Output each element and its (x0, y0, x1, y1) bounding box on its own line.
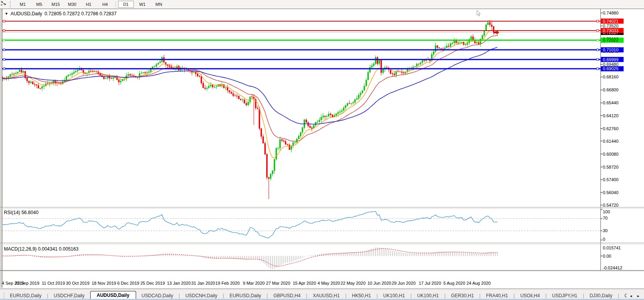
chart-ohlc-values: 0.72805 0.72872 0.72786 0.72837 (45, 11, 117, 16)
tab-scroll-left-icon[interactable]: ◄ (629, 294, 633, 298)
candlestick-series (2, 20, 498, 199)
mt4-window: { "toolbar": { "timeframes": ["M1","M5",… (0, 0, 644, 300)
svg-text:0.61440: 0.61440 (603, 139, 619, 144)
svg-text:13 Jan 2020: 13 Jan 2020 (167, 281, 191, 285)
svg-text:19 Feb 2020: 19 Feb 2020 (215, 281, 240, 285)
chart-symbol-title: AUDUSD,Daily (11, 11, 42, 16)
svg-text:11 Oct 2019: 11 Oct 2019 (42, 281, 65, 285)
chart-title-row: ▼ AUDUSD,Daily 0.72805 0.72872 0.72786 0… (5, 11, 116, 16)
chart-tabs: EURUSD,Daily|USDCHF,DailyAUDUSD,DailyUSD… (4, 289, 627, 300)
svg-text:23 Sep 2019: 23 Sep 2019 (15, 281, 39, 285)
svg-text:22 May 2020: 22 May 2020 (340, 281, 366, 285)
svg-text:0.66800: 0.66800 (603, 87, 619, 92)
svg-text:70: 70 (603, 216, 608, 220)
rsi-panel: 10070300 (2, 209, 610, 242)
svg-text:0: 0 (603, 237, 605, 242)
svg-text:29 Jun 2020: 29 Jun 2020 (392, 281, 416, 285)
svg-text:0.65440: 0.65440 (603, 100, 619, 105)
svg-text:0.56040: 0.56040 (603, 190, 619, 195)
macd-indicator-label: MACD(12,26,9) 0.004341 0.005163 (4, 246, 78, 252)
svg-text:0.60080: 0.60080 (603, 152, 619, 156)
svg-text:0.57400: 0.57400 (603, 177, 619, 182)
svg-text:0.64120: 0.64120 (603, 113, 619, 118)
svg-text:0.015741: 0.015741 (603, 245, 621, 250)
ma-8-line (3, 30, 497, 158)
svg-text:0.71010: 0.71010 (603, 47, 619, 52)
svg-text:30: 30 (603, 228, 608, 233)
svg-text:10 Jun 2020: 10 Jun 2020 (367, 281, 391, 285)
tab-scroll-right-icon[interactable]: ► (637, 294, 640, 298)
svg-text:0.68160: 0.68160 (603, 75, 619, 79)
macd-panel: 0.0157410.00-0.024412 (3, 245, 622, 270)
svg-text:17 Jul 2020: 17 Jul 2020 (419, 281, 441, 285)
svg-text:24 Aug 2020: 24 Aug 2020 (466, 281, 491, 285)
moving-average-lines (3, 30, 497, 158)
symbol-dropdown-icon[interactable]: ▼ (5, 12, 8, 16)
svg-text:5 Aug 2020: 5 Aug 2020 (443, 281, 465, 285)
horizontal-line-objects: 0.740210.730330.720220.710100.699990.690… (2, 18, 624, 71)
ma-50-line (3, 47, 497, 124)
svg-text:31 Jan 2020: 31 Jan 2020 (191, 281, 215, 285)
svg-text:0.62760: 0.62760 (603, 126, 619, 131)
svg-text:0.73520: 0.73520 (603, 24, 619, 28)
date-axis: 4 Sep 201923 Sep 201911 Oct 201930 Oct 2… (2, 281, 491, 285)
last-price-arrow-icon (494, 31, 499, 35)
svg-text:0.73033: 0.73033 (603, 28, 619, 33)
mouse-cursor (477, 10, 480, 16)
chart-tabbar: EURUSD,Daily|USDCHF,DailyAUDUSD,DailyUSD… (0, 289, 644, 300)
svg-text:0.72022: 0.72022 (603, 38, 619, 42)
svg-text:100: 100 (603, 209, 610, 214)
svg-text:0.69999: 0.69999 (603, 57, 619, 62)
chart-canvas[interactable]: 0.748800.735200.721600.708400.694800.681… (0, 0, 644, 300)
svg-text:0.74880: 0.74880 (603, 11, 619, 15)
svg-text:27 Mar 2020: 27 Mar 2020 (266, 281, 290, 285)
rsi-line (3, 211, 497, 238)
ma-20-line (3, 35, 497, 141)
svg-text:18 Nov 2019: 18 Nov 2019 (92, 281, 116, 285)
rsi-indicator-label: RSI(14) 56.8040 (4, 210, 38, 215)
svg-text:0.74021: 0.74021 (603, 19, 619, 24)
svg-text:15 Apr 2020: 15 Apr 2020 (293, 281, 316, 285)
svg-text:0.69025: 0.69025 (603, 66, 619, 71)
svg-text:25 Dec 2019: 25 Dec 2019 (140, 281, 165, 285)
svg-text:9 Mar 2020: 9 Mar 2020 (243, 281, 265, 285)
svg-text:0.00: 0.00 (603, 254, 611, 258)
svg-text:4 May 2020: 4 May 2020 (317, 281, 340, 285)
svg-text:30 Oct 2019: 30 Oct 2019 (66, 281, 89, 285)
svg-text:0.54720: 0.54720 (603, 203, 619, 207)
chart-frame-lines (0, 9, 644, 288)
svg-text:6 Dec 2019: 6 Dec 2019 (117, 281, 139, 285)
svg-text:0.58720: 0.58720 (603, 165, 619, 169)
svg-text:-0.024412: -0.024412 (603, 265, 622, 270)
